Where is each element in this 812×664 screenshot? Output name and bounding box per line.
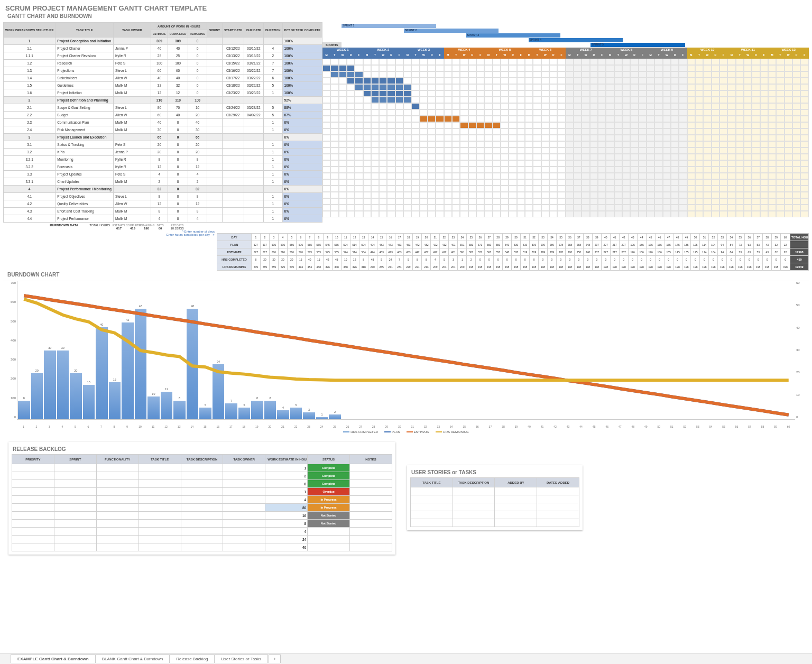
story-row[interactable] (410, 487, 579, 495)
gantt-row (322, 128, 809, 135)
day-header-cell: M (768, 53, 776, 59)
backlog-row[interactable]: 1 Overdue (12, 488, 392, 496)
week-header-cell: WEEK 10 (687, 48, 728, 53)
day-header-cell: F (517, 53, 525, 59)
day-header-cell: T (614, 53, 622, 59)
day-header-cell: F (719, 53, 727, 59)
day-header-cell: W (744, 53, 752, 59)
day-header-cell: W (622, 53, 630, 59)
page-subtitle: GANTT CHART AND BURNDOWN (7, 13, 809, 19)
task-row[interactable]: 1.5GuidelinesMalik M 32320 03/18/2203/22… (4, 82, 322, 89)
day-header-cell: T (654, 53, 662, 59)
task-row[interactable]: 2Project Definition and Planning 2101101… (4, 97, 322, 104)
col-due: DUE DATE (244, 23, 263, 38)
day-header-cell: M (566, 53, 574, 59)
day-header-cell: F (679, 53, 687, 59)
day-header-cell: F (476, 53, 484, 59)
gantt-row (322, 122, 809, 128)
task-row[interactable]: 4Project Performance / Monitoring 32032 … (4, 186, 322, 193)
task-row[interactable]: 2.4Risk ManagementMalik M 30030 10% (4, 126, 322, 134)
gantt-row (322, 78, 809, 84)
col-dur: DURATION (263, 23, 282, 38)
day-header-cell: W (663, 53, 671, 59)
day-header-cell: M (444, 53, 452, 59)
day-header-cell: W (420, 53, 428, 59)
task-row[interactable]: 4.3Effort and Cost TrackingMalik M 808 1… (4, 208, 322, 215)
enter-completed-note: Enter hours completed per day --> (3, 233, 217, 271)
gantt-row (322, 160, 809, 167)
backlog-row[interactable]: 8 Not Started (12, 520, 392, 528)
backlog-row[interactable]: 80 In Progress (12, 504, 392, 512)
task-row[interactable]: 1.6Project InitiationMalik M 12120 03/23… (4, 89, 322, 97)
task-row[interactable]: 3Project Launch and Execution 66066 0% (4, 134, 322, 141)
task-row[interactable]: 2.3Communication PlanMalik M 40040 10% (4, 119, 322, 126)
day-header-cell: M (647, 53, 654, 59)
backlog-row[interactable]: 2 Complete (12, 472, 392, 480)
task-row[interactable]: 4.4Project PerformanceMalik M 404 10% (4, 215, 322, 223)
totals-row: BURNDOWN DATA TOTAL HOURS ESTIMATE617 CO… (3, 224, 809, 230)
day-header-cell: F (760, 53, 768, 59)
task-row[interactable]: 1.1.1Project Charter RevisionsKylie R 25… (4, 52, 322, 60)
day-header-cell: W (703, 53, 711, 59)
gantt-row (322, 173, 809, 179)
day-header-cell: M (727, 53, 735, 59)
task-row[interactable]: 3.2KPIsJenna P 20020 10% (4, 149, 322, 156)
backlog-row[interactable]: 4 (12, 528, 392, 536)
tasks-table: WORK BREAKDOWN STRUCTURE TASK TITLE TASK… (3, 22, 322, 223)
day-header-cell: F (557, 53, 565, 59)
task-row[interactable]: 2.1Scope & Goal SettingSteve L 807010 03… (4, 104, 322, 112)
backlog-row[interactable]: 4 In Progress (12, 496, 392, 504)
day-header-cell: F (800, 53, 808, 59)
task-row[interactable]: 4.1Project ObjectivesSteve L 808 10% (4, 193, 322, 200)
task-row[interactable]: 1.2ResearchPete S 1001000 03/15/2203/21/… (4, 60, 322, 67)
task-row[interactable]: 2.2BudgetAllen W 604020 03/29/2204/02/22… (4, 112, 322, 119)
task-row[interactable]: 4.2Quality DeliverablesAllen W 12012 10% (4, 200, 322, 208)
task-row[interactable]: 3.2.1MonitoringKylie R 808 10% (4, 156, 322, 163)
backlog-row[interactable]: 40 (12, 543, 392, 551)
day-header-cell: R (712, 53, 719, 59)
day-header-cell: T (330, 53, 338, 59)
backlog-row[interactable]: 1 Complete (12, 464, 392, 472)
task-row[interactable]: 3.3Project UpdatesPete S 404 10% (4, 171, 322, 178)
day-header-cell: R (347, 53, 355, 59)
gantt-row (322, 141, 809, 147)
story-row[interactable] (410, 519, 579, 527)
sprint-bar: SPRINT 3 (466, 33, 561, 38)
day-header-cell: T (574, 53, 582, 59)
task-row[interactable]: 3.3.1Chart UpdatesMalik M 202 10% (4, 178, 322, 186)
day-header-cell: F (598, 53, 606, 59)
week-header-cell: WEEK 3 (403, 48, 444, 53)
gantt-row (322, 179, 809, 186)
task-row[interactable]: 3.1Status & TrackingPete S 20020 10% (4, 141, 322, 149)
sprint-bar: SPRINT 1 (342, 24, 436, 28)
sprint-bar: SPRINT 4 (529, 38, 623, 42)
gantt-row (322, 211, 809, 217)
day-header-cell: R (630, 53, 638, 59)
gantt-row (322, 109, 809, 116)
task-row[interactable]: 3.2.2ForecastsKylie R 12012 10% (4, 163, 322, 171)
task-row[interactable]: 1.1Project CharterJenna P 40400 03/12/22… (4, 45, 322, 52)
task-row[interactable]: 1Project Conception and Initiation 30930… (4, 38, 322, 45)
day-header-cell: W (339, 53, 347, 59)
week-header-cell: WEEK 4 (444, 48, 485, 53)
day-header-cell: R (468, 53, 476, 59)
story-row[interactable] (410, 503, 579, 511)
day-header-cell: T (493, 53, 501, 59)
task-row[interactable]: 1.4StakeholdersAllen W 40400 03/17/2203/… (4, 75, 322, 82)
week-header-cell: WEEK 2 (363, 48, 404, 53)
day-header-cell: W (541, 53, 549, 59)
story-row[interactable] (410, 495, 579, 503)
backlog-row[interactable]: 16 Not Started (12, 512, 392, 520)
day-header-cell: M (322, 53, 330, 59)
task-row[interactable]: 1.3ProjectionsSteve L 60600 03/16/2203/2… (4, 67, 322, 75)
day-header-cell: F (395, 53, 403, 59)
week-header-cell: WEEK 1 (322, 48, 363, 53)
week-header-cell: WEEK 6 (525, 48, 566, 53)
story-row[interactable] (410, 511, 579, 519)
gantt-row (322, 97, 809, 103)
backlog-row[interactable]: 8 Complete (12, 480, 392, 488)
week-header-cell: WEEK 9 (647, 48, 687, 53)
sprint-bar: SPRINT 2 (404, 29, 499, 33)
day-header-cell: W (582, 53, 589, 59)
backlog-row[interactable]: 24 (12, 536, 392, 543)
